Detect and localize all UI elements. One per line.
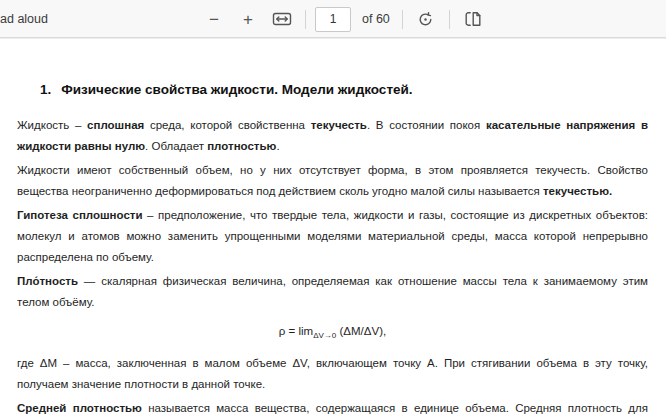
bold-text-run: сплошная <box>87 119 144 131</box>
page-number-input[interactable] <box>315 7 351 32</box>
plus-icon: + <box>243 11 253 28</box>
zoom-out-button[interactable]: − <box>200 5 228 33</box>
paragraph-average-density: Средней плотностью называется масса веще… <box>17 398 648 417</box>
rotate-button[interactable] <box>412 5 440 33</box>
paragraph-liquid-definition: Жидкость – сплошная среда, которой свойс… <box>17 115 648 157</box>
text-run: . <box>276 140 279 152</box>
read-aloud-button[interactable]: ad aloud <box>0 0 48 38</box>
bold-text-run: Пло́тность <box>17 275 78 287</box>
bold-text-run: текучесть <box>311 119 367 131</box>
minus-icon: − <box>209 11 219 28</box>
text-run: где ΔМ – масса, заключенная в малом объе… <box>17 357 648 390</box>
toolbar-controls: − + of 60 <box>200 0 487 38</box>
text-run: . Обладает <box>145 140 207 152</box>
bold-text-run: текучестью. <box>543 185 612 197</box>
toolbar-separator <box>305 10 306 29</box>
bold-text-run: Средней плотностью <box>17 402 142 414</box>
toolbar-separator <box>449 10 450 29</box>
toolbar-separator <box>402 10 403 29</box>
formula-prefix: ρ = lim <box>279 325 313 337</box>
document-heading: 1. Физические свойства жидкости. Модели … <box>17 80 648 100</box>
page-view-icon <box>463 10 483 28</box>
heading-number: 1. <box>40 80 51 100</box>
pdf-page: 1. Физические свойства жидкости. Модели … <box>0 38 666 417</box>
text-run: — скалярная физическая величина, определ… <box>17 275 648 308</box>
read-aloud-label: ad aloud <box>0 12 48 26</box>
density-formula: ρ = limΔV→0 (ΔM/ΔV), <box>17 321 648 346</box>
page-count-label: of 60 <box>362 12 390 26</box>
bold-text-run: плотностью <box>207 140 276 152</box>
page-view-button[interactable] <box>459 5 487 33</box>
paragraph-density-definition: Пло́тность — скалярная физическая величи… <box>17 271 648 313</box>
bold-text-run: Гипотеза сплошности <box>17 209 143 221</box>
zoom-in-button[interactable]: + <box>234 5 262 33</box>
paragraph-fluidity: Жидкости имеют собственный объем, но у н… <box>17 160 648 202</box>
heading-text: Физические свойства жидкости. Модели жид… <box>61 80 412 100</box>
pdf-toolbar: ad aloud − + of 60 <box>0 0 666 38</box>
fit-to-width-icon <box>272 10 292 28</box>
paragraph-continuity-hypothesis: Гипотеза сплошности – предположение, что… <box>17 205 648 268</box>
paragraph-formula-explanation: где ΔМ – масса, заключенная в малом объе… <box>17 353 648 395</box>
text-run: Жидкость – <box>17 119 87 131</box>
formula-subscript: ΔV→0 <box>313 331 336 340</box>
formula-suffix: (ΔM/ΔV), <box>336 325 386 337</box>
rotate-icon <box>416 10 435 29</box>
text-run: среда, которой свойственна <box>144 119 310 131</box>
text-run: . В состоянии покоя <box>367 119 486 131</box>
fit-to-width-button[interactable] <box>268 5 296 33</box>
